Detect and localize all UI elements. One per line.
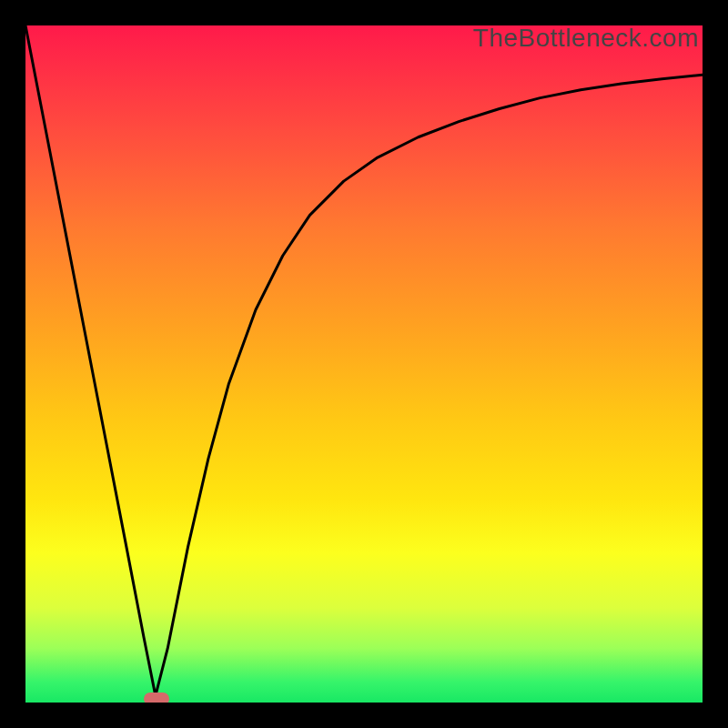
curve-layer <box>25 25 703 703</box>
watermark-text: TheBottleneck.com <box>473 25 699 51</box>
plot-area <box>25 25 703 703</box>
curve-path <box>25 25 703 696</box>
min-marker <box>144 693 169 703</box>
chart-container: TheBottleneck.com <box>0 0 728 728</box>
